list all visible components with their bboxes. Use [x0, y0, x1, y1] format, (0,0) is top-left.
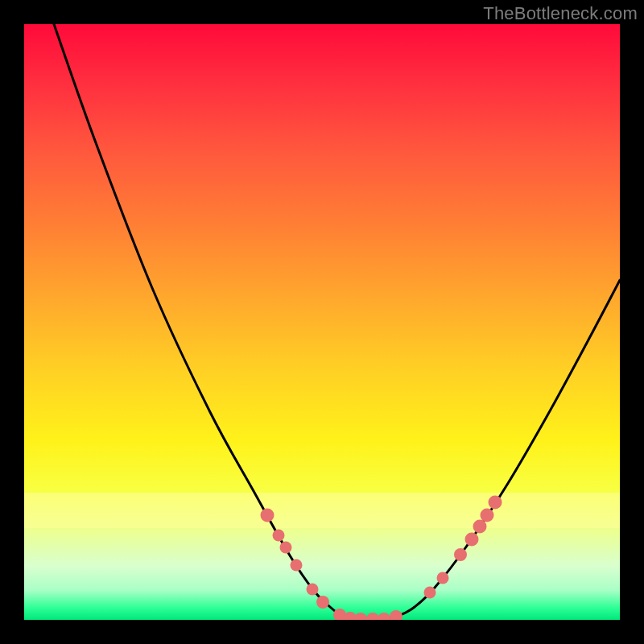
data-marker [273, 530, 285, 542]
data-marker [291, 559, 303, 572]
data-marker [366, 613, 379, 620]
data-marker [280, 542, 292, 554]
data-marker [437, 572, 449, 584]
data-marker [481, 509, 494, 522]
data-marker [261, 509, 275, 522]
data-marker [390, 610, 402, 620]
data-marker [424, 587, 436, 599]
chart-container: TheBottleneck.com [0, 0, 644, 644]
curves-group [54, 24, 620, 619]
data-marker [307, 584, 319, 596]
data-marker [354, 613, 367, 620]
data-marker [378, 613, 390, 620]
curve-right-arm [385, 280, 620, 619]
curve-left-arm [54, 24, 354, 619]
data-marker [473, 520, 487, 534]
markers-group [261, 496, 502, 621]
data-marker [454, 548, 467, 561]
data-marker [489, 496, 502, 510]
data-marker [465, 533, 479, 547]
watermark-text: TheBottleneck.com [483, 3, 638, 24]
data-marker [316, 596, 329, 609]
chart-svg [24, 24, 620, 620]
